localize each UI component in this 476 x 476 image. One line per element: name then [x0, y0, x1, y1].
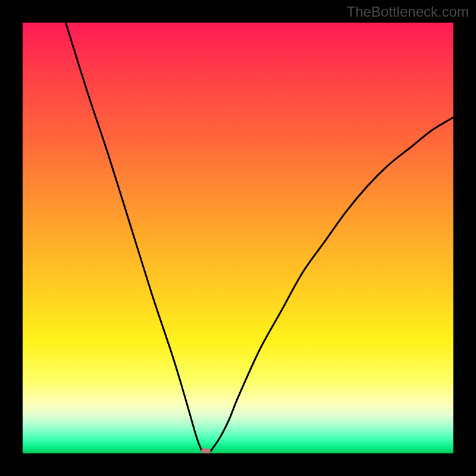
curve-path [65, 23, 453, 453]
bottleneck-curve [23, 23, 453, 453]
watermark-text: TheBottleneck.com [347, 4, 469, 20]
chart-frame: TheBottleneck.com [0, 0, 476, 476]
minimum-marker [201, 449, 211, 453]
plot-area [23, 23, 453, 453]
